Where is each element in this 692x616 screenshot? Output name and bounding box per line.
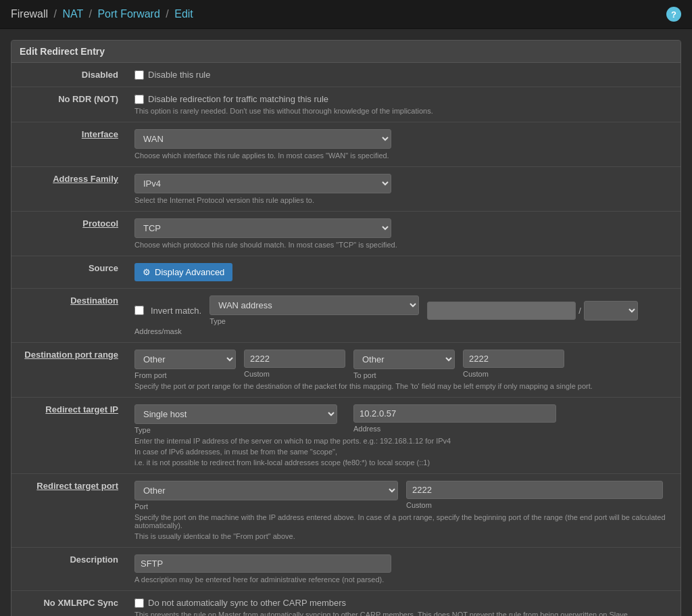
description-label: Description — [11, 548, 126, 591]
destination-type-group: WAN address Single host Network Any Type — [209, 295, 419, 325]
sep3: / — [166, 8, 168, 20]
protocol-label-link[interactable]: Protocol — [82, 218, 118, 229]
destination-address-input[interactable] — [427, 302, 576, 320]
destination-mask-select[interactable] — [584, 301, 638, 321]
no-xmlrpc-checkbox-label: Do not automatically sync to other CARP … — [134, 598, 672, 608]
nav-port-forward[interactable]: Port Forward — [97, 8, 159, 20]
redirect-ip-controls: Single host Network Type Address — [134, 404, 672, 434]
no-xmlrpc-value: Do not automatically sync to other CARP … — [126, 591, 681, 617]
to-port-group: Other Any To port — [353, 350, 455, 379]
no-rdr-help: This option is rarely needed. Don't use … — [134, 107, 672, 115]
disabled-checkbox-label: Disable this rule — [134, 70, 672, 80]
interface-label: Interface — [11, 122, 126, 167]
protocol-label: Protocol — [11, 212, 126, 256]
address-family-label-link[interactable]: Address Family — [53, 174, 118, 184]
no-rdr-row: No RDR (NOT) Disable redirection for tra… — [11, 87, 681, 122]
from-port-type-select[interactable]: Other Any HTTP HTTPS — [134, 350, 236, 369]
to-port-type-select[interactable]: Other Any — [353, 350, 455, 369]
source-label: Source — [11, 256, 126, 289]
description-value: A description may be entered here for ad… — [126, 548, 681, 591]
protocol-value: TCP UDP TCP/UDP ICMP Any Choose which pr… — [126, 212, 681, 256]
destination-row: Destination Invert match. WAN address Si… — [11, 289, 681, 343]
redirect-target-port-value: Other Any HTTP HTTPS SSH Port Custom — [126, 474, 681, 548]
source-row: Source ⚙ Display Advanced — [11, 256, 681, 289]
redirect-port-custom-input[interactable] — [406, 481, 663, 499]
redirect-ip-help1-text: Enter the internal IP address of the ser… — [134, 437, 451, 445]
from-port-group: Other Any HTTP HTTPS From port — [134, 350, 236, 379]
redirect-target-port-row: Redirect target port Other Any HTTP HTTP… — [11, 474, 681, 548]
protocol-select[interactable]: TCP UDP TCP/UDP ICMP Any — [134, 218, 391, 238]
redirect-ip-help3: i.e. it is not possible to redirect from… — [134, 458, 672, 467]
redirect-port-help2: This is usually identical to the "From p… — [134, 532, 672, 540]
destination-invert-label: Invert match. — [151, 306, 201, 316]
destination-label-link[interactable]: Destination — [70, 295, 118, 306]
destination-invert-checkbox[interactable] — [134, 306, 144, 315]
disabled-label: Disabled — [11, 63, 126, 87]
gear-icon: ⚙ — [143, 267, 151, 277]
dest-port-range-label-link[interactable]: Destination port range — [24, 350, 118, 360]
top-bar: Firewall / NAT / Port Forward / Edit ? — [0, 0, 692, 29]
redirect-address-input[interactable] — [353, 404, 556, 423]
no-xmlrpc-label: No XMLRPC Sync — [11, 591, 126, 617]
no-xmlrpc-help: This prevents the rule on Master from au… — [134, 611, 672, 616]
redirect-type-select[interactable]: Single host Network — [134, 404, 337, 424]
interface-label-link[interactable]: Interface — [82, 129, 118, 139]
disabled-checkbox[interactable] — [134, 70, 144, 80]
redirect-type-group: Single host Network Type — [134, 404, 337, 434]
address-family-row: Address Family IPv4 IPv6 IPv4+IPv6 Selec… — [11, 167, 681, 212]
redirect-port-custom-label: Custom — [406, 501, 663, 509]
display-advanced-label: Display Advanced — [155, 267, 224, 277]
dest-port-range-row: Destination port range Other Any HTTP HT… — [11, 343, 681, 398]
interface-row: Interface WAN LAN Choose which interface… — [11, 122, 681, 167]
description-input[interactable] — [134, 554, 391, 573]
to-port-custom-group: Custom — [463, 350, 564, 378]
from-custom-label: Custom — [244, 370, 345, 378]
redirect-type-label: Type — [134, 426, 337, 434]
sep1: / — [54, 8, 57, 20]
display-advanced-button[interactable]: ⚙ Display Advanced — [134, 263, 232, 281]
redirect-ip-help2: In case of IPv6 addresses, in must be fr… — [134, 448, 672, 456]
redirect-port-custom-group: Custom — [406, 481, 663, 509]
address-family-label: Address Family — [11, 167, 126, 212]
dest-port-range-label: Destination port range — [11, 343, 126, 398]
destination-label: Destination — [11, 289, 126, 343]
redirect-port-label: Port — [134, 502, 398, 511]
nav-active: Edit — [174, 8, 193, 20]
redirect-target-port-label-link[interactable]: Redirect target port — [36, 481, 118, 491]
from-port-custom-input[interactable] — [244, 350, 345, 368]
interface-help: Choose which interface this rule applies… — [134, 151, 672, 160]
protocol-row: Protocol TCP UDP TCP/UDP ICMP Any Choose… — [11, 212, 681, 256]
destination-type-select[interactable]: WAN address Single host Network Any — [209, 295, 419, 315]
address-family-select[interactable]: IPv4 IPv6 IPv4+IPv6 — [134, 174, 391, 193]
redirect-target-ip-label-link[interactable]: Redirect target IP — [45, 404, 118, 414]
interface-select[interactable]: WAN LAN — [134, 129, 391, 149]
destination-address-group: / — [427, 301, 638, 321]
address-family-help: Select the Internet Protocol version thi… — [134, 196, 672, 204]
to-port-custom-input[interactable] — [463, 350, 564, 368]
redirect-address-group: Address — [353, 404, 556, 433]
redirect-port-help: Specify the port on the machine with the… — [134, 513, 672, 529]
sep2: / — [89, 8, 91, 20]
no-rdr-checkbox-text: Disable redirection for traffic matching… — [148, 94, 328, 104]
no-xmlrpc-checkbox[interactable] — [134, 598, 144, 608]
dest-port-help: Specify the port or port range for the d… — [134, 382, 672, 390]
source-value: ⚙ Display Advanced — [126, 256, 681, 289]
form-table: Disabled Disable this rule No RDR (NOT) … — [11, 63, 681, 616]
from-port-custom-group: Custom — [244, 350, 345, 378]
redirect-port-controls: Other Any HTTP HTTPS SSH Port Custom — [134, 481, 672, 511]
redirect-ip-help1: Enter the internal IP address of the ser… — [134, 437, 672, 445]
nav-nat[interactable]: NAT — [62, 8, 83, 20]
no-rdr-checkbox[interactable] — [134, 95, 144, 104]
redirect-port-type-select[interactable]: Other Any HTTP HTTPS SSH — [134, 481, 398, 500]
to-port-label: To port — [353, 371, 455, 379]
description-row: Description A description may be entered… — [11, 548, 681, 591]
destination-address-label: Address/mask — [134, 327, 672, 335]
to-custom-label: Custom — [463, 370, 564, 378]
redirect-address-label: Address — [353, 425, 556, 433]
destination-controls: Invert match. WAN address Single host Ne… — [134, 295, 672, 325]
help-icon[interactable]: ? — [666, 7, 681, 22]
port-range-controls: Other Any HTTP HTTPS From port Custom — [134, 350, 672, 379]
redirect-target-ip-label: Redirect target IP — [11, 398, 126, 474]
no-rdr-label: No RDR (NOT) — [11, 87, 126, 122]
destination-value: Invert match. WAN address Single host Ne… — [126, 289, 681, 343]
